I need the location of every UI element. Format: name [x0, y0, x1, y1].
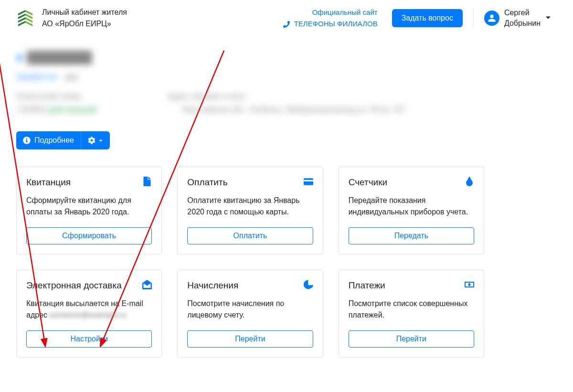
user-menu[interactable]: Сергей Добрынин: [484, 8, 557, 29]
credit-card-icon: [304, 177, 313, 188]
cards-grid: Квитанция Сформируйте квитанцию для опла…: [16, 167, 484, 358]
droplet-icon: [465, 177, 474, 188]
chevron-down-icon: [98, 138, 103, 143]
card-title: Счетчики: [349, 177, 387, 188]
branch-phones-label: ТЕЛЕФОНЫ ФИЛИАЛОВ: [294, 20, 378, 28]
card-title: Начисления: [187, 280, 238, 291]
card-payments: Платежи Посмотрите список совершенных пл…: [339, 270, 484, 358]
envelope-open-icon: [142, 280, 152, 291]
card-desc: Посмотрите список совершенных платежей.: [349, 298, 474, 321]
content: ● ████████ Лицевой счет Дом Клиентский н…: [0, 51, 573, 377]
card-desc: Оплатите квитанцию за Январь 2020 года с…: [187, 195, 313, 218]
details-label: Подробнее: [34, 136, 74, 145]
card-receipt: Квитанция Сформируйте квитанцию для опла…: [16, 167, 162, 254]
card-title: Квитанция: [26, 177, 71, 188]
charges-go-button[interactable]: Перейти: [187, 330, 313, 348]
header-links: Официальный сайт ТЕЛЕФОНЫ ФИЛИАЛОВ: [283, 7, 384, 30]
card-desc: Передайте показания индивидуальных прибо…: [349, 195, 474, 218]
pie-chart-icon: [304, 280, 313, 291]
brand-line1: Личный кабинет жителя: [42, 7, 127, 18]
user-name: Сергей Добрынин: [504, 8, 541, 29]
divider: [473, 9, 474, 28]
document-icon: [142, 177, 152, 188]
card-desc: Квитанция высылается на E-mail адрес som…: [26, 298, 152, 321]
card-title: Оплатить: [187, 177, 227, 188]
generate-receipt-button[interactable]: Сформировать: [26, 227, 152, 244]
card-meters: Счетчики Передайте показания индивидуаль…: [339, 167, 484, 254]
submit-readings-button[interactable]: Передать: [349, 227, 474, 244]
user-icon: [488, 14, 496, 22]
card-pay: Оплатить Оплатите квитанцию за Январь 20…: [177, 167, 323, 254]
pay-button[interactable]: Оплатить: [187, 227, 313, 244]
user-first-name: Сергей: [504, 8, 541, 18]
user-last-name: Добрынин: [504, 18, 541, 29]
avatar: [484, 11, 499, 26]
details-button[interactable]: Подробнее: [16, 131, 110, 149]
account-summary-blurred: ● ████████ Лицевой счет Дом Клиентский н…: [16, 51, 557, 114]
details-dropdown-toggle[interactable]: [81, 132, 110, 149]
brand-line2: АО «ЯрОбл ЕИРЦ»: [42, 18, 127, 30]
payments-go-button[interactable]: Перейти: [349, 330, 474, 348]
card-edelivery: Электронная доставка Квитанция высылаетс…: [16, 270, 162, 358]
card-charges: Начисления Посмотрите начисления по лице…: [177, 270, 323, 358]
branch-phones-link[interactable]: ТЕЛЕФОНЫ ФИЛИАЛОВ: [283, 20, 377, 28]
chevron-down-icon: [545, 14, 551, 22]
card-title: Электронная доставка: [26, 280, 122, 291]
brand-text: Личный кабинет жителя АО «ЯрОбл ЕИРЦ»: [42, 7, 127, 30]
gear-icon: [88, 137, 96, 144]
card-desc: Посмотрите начисления по лицевому счету.: [187, 298, 313, 321]
card-title: Платежи: [349, 280, 385, 291]
official-site-link[interactable]: Официальный сайт: [312, 8, 378, 16]
card-desc: Сформируйте квитанцию для оплаты за Янва…: [26, 195, 152, 218]
money-bill-icon: [465, 280, 474, 291]
logo: [16, 9, 34, 27]
phone-icon: [283, 21, 290, 28]
ask-question-button[interactable]: Задать вопрос: [392, 9, 463, 27]
header: Личный кабинет жителя АО «ЯрОбл ЕИРЦ» Оф…: [0, 0, 573, 36]
info-icon: [23, 137, 31, 144]
edelivery-settings-button[interactable]: Настройки: [26, 330, 152, 348]
